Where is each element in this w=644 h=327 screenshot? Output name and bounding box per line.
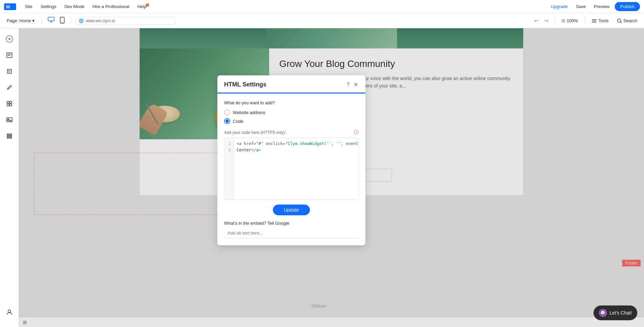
- apps-icon[interactable]: [3, 97, 16, 110]
- cms-icon[interactable]: [3, 129, 16, 143]
- save-button[interactable]: Save: [573, 3, 588, 10]
- svg-rect-14: [7, 134, 12, 135]
- upgrade-button[interactable]: Upgrade: [548, 3, 571, 10]
- undo-button[interactable]: ↩: [532, 16, 541, 25]
- toolbar-divider: [41, 17, 42, 25]
- left-sidebar: [0, 28, 19, 327]
- tools-button[interactable]: Tools: [589, 17, 611, 25]
- radio-label-code: Code: [233, 119, 243, 124]
- toolbar-divider-2: [71, 17, 71, 25]
- modal-close-button[interactable]: ✕: [353, 81, 359, 88]
- svg-rect-10: [7, 104, 9, 106]
- radio-website-address[interactable]: Website address: [224, 109, 359, 115]
- toolbar-divider-3: [554, 17, 555, 25]
- svg-rect-11: [10, 104, 12, 106]
- chat-avatar: 💬: [599, 309, 607, 317]
- pages-icon[interactable]: [3, 48, 16, 62]
- svg-rect-15: [7, 136, 12, 137]
- media-icon[interactable]: [3, 113, 16, 126]
- contacts-icon[interactable]: [3, 305, 16, 319]
- design-icon[interactable]: [3, 81, 16, 94]
- menu-items: Site Settings Dev Mode Hire a Profession…: [22, 3, 548, 10]
- modal-header-icons: ? ✕: [346, 81, 359, 88]
- chat-bubble[interactable]: 💬 Let's Chat!: [594, 305, 638, 320]
- top-right-actions: Upgrade Save Preview Publish: [548, 2, 640, 11]
- toolbar-divider-4: [584, 17, 585, 25]
- add-elements-icon[interactable]: [3, 32, 16, 46]
- sidebar-bottom: [3, 305, 16, 323]
- zoom-display[interactable]: ⊙ 100%: [559, 17, 580, 25]
- tools-label: Tools: [598, 18, 608, 23]
- zoom-value: 100%: [567, 18, 578, 23]
- radio-group: Website address Code: [224, 109, 359, 124]
- url-bar[interactable]: 🌐 www.wix.clym.io: [75, 17, 176, 25]
- search-button[interactable]: Search: [614, 17, 640, 25]
- publish-button[interactable]: Publish: [615, 2, 640, 11]
- embed-label: What's in the embed? Tell Google: [224, 221, 359, 226]
- settings-menu-item[interactable]: Settings: [37, 3, 60, 10]
- svg-rect-9: [10, 101, 12, 103]
- canvas-content: Grow Your Blog Community With Wix Blog, …: [19, 28, 644, 327]
- top-menu-bar: W Site Settings Dev Mode Hire a Professi…: [0, 0, 644, 13]
- canvas-area: Grow Your Blog Community With Wix Blog, …: [19, 28, 644, 327]
- svg-text:W: W: [6, 4, 10, 9]
- desktop-device-button[interactable]: [46, 15, 57, 26]
- svg-rect-2: [48, 17, 54, 21]
- help-menu-item[interactable]: Help !: [134, 3, 150, 10]
- alt-text-input[interactable]: [224, 228, 359, 239]
- modal-overlay: HTML Settings ? ✕ What do you want to ad…: [19, 28, 644, 327]
- chat-label: Let's Chat!: [610, 310, 632, 316]
- radio-circle-website: [224, 109, 230, 115]
- help-badge: !: [146, 3, 149, 7]
- preview-button[interactable]: Preview: [591, 3, 612, 10]
- chevron-down-icon: ▾: [32, 18, 35, 23]
- zoom-icon: ⊙: [562, 18, 565, 23]
- svg-rect-8: [7, 101, 9, 103]
- code-label: Add your code here (HTTPS only):: [224, 130, 286, 135]
- url-text: www.wix.clym.io: [86, 19, 115, 23]
- svg-rect-16: [7, 137, 12, 138]
- radio-circle-code: [224, 118, 230, 124]
- radio-label-website: Website address: [233, 110, 265, 115]
- page-selector[interactable]: Page: Home ▾: [4, 17, 37, 25]
- site-menu-item[interactable]: Site: [22, 3, 36, 10]
- hire-professional-menu-item[interactable]: Hire a Professional: [89, 3, 133, 10]
- code-editor[interactable]: 1 2 <a href="#" onclick="Clym.showWidget…: [224, 138, 359, 200]
- search-label: Search: [623, 18, 637, 23]
- code-label-row: Add your code here (HTTPS only): ⓘ: [224, 130, 359, 136]
- globe-icon: 🌐: [79, 19, 84, 23]
- device-icons: [46, 15, 67, 26]
- main-layout: Grow Your Blog Community With Wix Blog, …: [0, 28, 644, 327]
- info-icon[interactable]: ⓘ: [354, 130, 359, 136]
- svg-rect-7: [7, 53, 12, 58]
- modal-body: What do you want to add? Website address…: [217, 94, 365, 245]
- code-editor-inner: 1 2 <a href="#" onclick="Clym.showWidget…: [224, 138, 358, 199]
- svg-point-17: [8, 310, 11, 313]
- page-label: Page: Home: [7, 18, 31, 23]
- line-numbers: 1 2: [224, 138, 234, 199]
- whats-in-embed: What's in the embed? Tell Google: [224, 221, 359, 239]
- wix-logo: W: [4, 3, 16, 10]
- code-content[interactable]: <a href="#" onclick="Clym.showWidget('',…: [234, 138, 358, 199]
- radio-code[interactable]: Code: [224, 118, 359, 124]
- modal-question: What do you want to add?: [224, 100, 359, 105]
- mobile-device-button[interactable]: [58, 15, 67, 26]
- toolbar: Page: Home ▾ 🌐 www.wix.clym.io ↩ ↪ ⊙ 100…: [0, 13, 644, 28]
- modal-help-button[interactable]: ?: [346, 81, 350, 88]
- undo-redo: ↩ ↪: [532, 16, 550, 25]
- modal-title: HTML Settings: [224, 81, 266, 88]
- modal-header: HTML Settings ? ✕: [217, 75, 365, 94]
- html-settings-modal: HTML Settings ? ✕ What do you want to ad…: [217, 75, 365, 245]
- redo-button[interactable]: ↪: [542, 16, 550, 25]
- svg-point-4: [62, 22, 63, 23]
- blog-icon[interactable]: [3, 65, 16, 78]
- update-button[interactable]: Update: [273, 205, 310, 215]
- dev-mode-menu-item[interactable]: Dev Mode: [61, 3, 87, 10]
